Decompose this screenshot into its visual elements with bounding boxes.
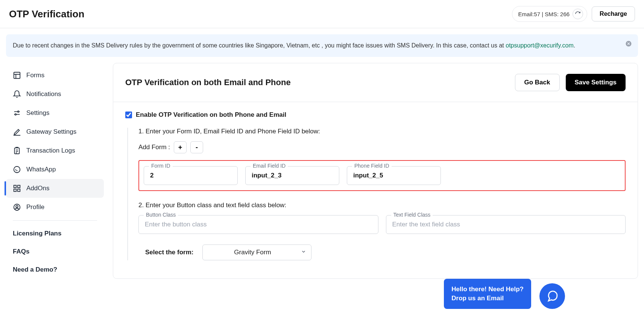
sidebar-item-label: Notifications <box>26 90 61 98</box>
email-field-id-input[interactable] <box>245 166 339 185</box>
alert-suffix: . <box>574 42 575 49</box>
select-form-row: Select the form: Gravity Form <box>145 244 626 260</box>
info-alert: Due to recent changes in the SMS Deliver… <box>6 34 638 57</box>
main-body: Enable OTP Verification on both Phone an… <box>113 102 638 275</box>
sidebar-item-label: AddOns <box>26 185 49 192</box>
svg-rect-9 <box>18 189 20 191</box>
quota-pill: Email:57 | SMS: 266 <box>512 6 587 22</box>
main-panel: OTP Verification on both Email and Phone… <box>113 63 638 279</box>
sidebar-link-faqs[interactable]: FAQs <box>6 243 104 261</box>
go-back-button[interactable]: Go Back <box>515 74 560 91</box>
steps-container: 1. Enter your Form ID, Email Field ID an… <box>128 128 626 260</box>
sidebar-item-label: Forms <box>26 72 44 79</box>
whatsapp-icon <box>13 165 21 174</box>
clipboard-icon <box>13 147 21 155</box>
svg-rect-6 <box>14 185 16 188</box>
svg-rect-1 <box>14 72 20 79</box>
alert-text: Due to recent changes in the SMS Deliver… <box>13 42 506 49</box>
svg-point-11 <box>16 205 18 208</box>
sidebar-item-settings[interactable]: Settings <box>6 104 104 122</box>
sliders-icon <box>13 109 21 117</box>
sidebar-item-notifications[interactable]: Notifications <box>6 85 104 104</box>
enable-row: Enable OTP Verification on both Phone an… <box>125 111 626 119</box>
svg-rect-8 <box>14 189 16 191</box>
text-field-class-input[interactable] <box>386 215 626 234</box>
sidebar-item-whatsapp[interactable]: WhatsApp <box>6 160 104 179</box>
svg-point-2 <box>18 111 19 113</box>
pen-icon <box>13 128 21 136</box>
add-form-minus-button[interactable]: - <box>190 141 203 153</box>
header-actions: Email:57 | SMS: 266 Recharge <box>512 6 635 22</box>
phone-id-field-wrap: Phone Field ID <box>347 166 441 185</box>
bell-icon <box>13 90 21 98</box>
main-header: OTP Verification on both Email and Phone… <box>113 63 638 102</box>
alert-close-button[interactable] <box>625 40 632 50</box>
sidebar-item-label: Gateway Settings <box>26 128 76 136</box>
chat-icon <box>546 290 559 294</box>
help-line1: Hello there! Need Help? <box>451 285 524 294</box>
user-icon <box>13 203 21 211</box>
email-id-label: Email Field ID <box>251 163 288 169</box>
form-ids-highlight: Form ID Email Field ID Phone Field ID <box>138 160 626 191</box>
layout-icon <box>13 71 21 79</box>
sidebar-item-forms[interactable]: Forms <box>6 66 104 85</box>
main-title: OTP Verification on both Email and Phone <box>125 78 291 87</box>
sidebar-item-profile[interactable]: Profile <box>6 198 104 217</box>
recharge-button[interactable]: Recharge <box>592 6 635 21</box>
svg-point-5 <box>14 167 20 173</box>
grid-icon <box>13 184 21 193</box>
text-class-label: Text Field Class <box>391 212 433 218</box>
sidebar-divider <box>13 220 97 221</box>
help-bubble[interactable]: Hello there! Need Help? Drop us an Email <box>444 279 531 294</box>
button-class-label: Button Class <box>144 212 178 218</box>
phone-field-id-input[interactable] <box>347 166 441 185</box>
sidebar-item-logs[interactable]: Transaction Logs <box>6 141 104 160</box>
sidebar-link-licensing[interactable]: Licensing Plans <box>6 225 104 243</box>
phone-id-label: Phone Field ID <box>352 163 392 169</box>
svg-rect-7 <box>18 185 20 188</box>
sidebar-item-label: Transaction Logs <box>26 147 75 154</box>
select-form-wrap: Gravity Form <box>202 244 311 260</box>
main-actions: Go Back Save Settings <box>515 74 626 91</box>
sidebar-item-addons[interactable]: AddOns <box>6 179 104 198</box>
add-form-plus-button[interactable]: + <box>174 141 187 153</box>
sidebar: Forms Notifications Settings Gateway Set… <box>6 63 104 279</box>
email-id-field-wrap: Email Field ID <box>245 166 339 185</box>
select-form-dropdown[interactable]: Gravity Form <box>202 244 311 260</box>
sidebar-item-label: WhatsApp <box>26 166 56 173</box>
step1-title: 1. Enter your Form ID, Email Field ID an… <box>138 128 626 135</box>
close-icon <box>625 40 632 47</box>
enable-checkbox[interactable] <box>125 112 132 118</box>
add-form-row: Add Form : + - <box>138 141 626 153</box>
select-form-label: Select the form: <box>145 249 193 256</box>
form-id-field-wrap: Form ID <box>144 166 238 185</box>
button-class-wrap: Button Class <box>138 215 378 234</box>
sidebar-item-label: Profile <box>26 203 44 211</box>
form-id-input[interactable] <box>144 166 238 185</box>
step2-title: 2. Enter your Button class and text fiel… <box>138 202 626 209</box>
sidebar-item-gateway[interactable]: Gateway Settings <box>6 122 104 141</box>
alert-email-link[interactable]: otpsupport@xecurify.com <box>506 42 573 49</box>
add-form-label: Add Form : <box>138 144 170 151</box>
form-id-label: Form ID <box>149 163 173 169</box>
save-settings-button[interactable]: Save Settings <box>566 74 626 91</box>
refresh-button[interactable] <box>573 9 583 19</box>
quota-text: Email:57 | SMS: 266 <box>518 11 570 17</box>
button-class-input[interactable] <box>138 215 378 234</box>
class-fields-row: Button Class Text Field Class <box>138 215 626 234</box>
sidebar-link-demo[interactable]: Need a Demo? <box>6 261 104 279</box>
page-header: OTP Verification Email:57 | SMS: 266 Rec… <box>0 0 644 28</box>
refresh-icon <box>575 11 581 17</box>
svg-point-3 <box>15 114 17 115</box>
sidebar-item-label: Settings <box>26 109 49 117</box>
enable-label: Enable OTP Verification on both Phone an… <box>136 111 286 119</box>
text-class-wrap: Text Field Class <box>386 215 626 234</box>
page-title: OTP Verification <box>9 8 84 20</box>
